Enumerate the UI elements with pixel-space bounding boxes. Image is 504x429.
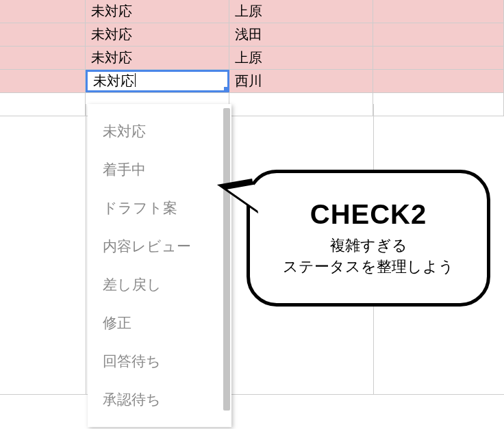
table-row: 未対応 西川	[0, 70, 504, 93]
scrollbar[interactable]	[223, 108, 230, 411]
cell-empty[interactable]	[229, 93, 373, 116]
cell-status[interactable]: 未対応	[86, 23, 229, 46]
cell-empty[interactable]	[373, 47, 504, 69]
cell-empty[interactable]	[0, 93, 86, 116]
table-row-empty	[0, 93, 504, 116]
dropdown-option[interactable]: 回答待ち	[88, 342, 231, 380]
dropdown-option[interactable]: 差し戻し	[88, 265, 231, 304]
editing-text: 未対応	[93, 72, 134, 90]
bubble-title: CHECK2	[310, 199, 427, 230]
cell-name[interactable]: 上原	[229, 0, 373, 23]
table-row: 未対応 浅田	[0, 23, 504, 47]
dropdown-option[interactable]: 承認待ち	[88, 380, 231, 419]
cell-name[interactable]: 上原	[229, 47, 373, 69]
dropdown-option[interactable]: 修正	[88, 304, 231, 342]
bubble-text: 複雑すぎる ステータスを整理しよう	[283, 235, 454, 278]
cell-empty[interactable]	[0, 47, 86, 69]
cell-empty[interactable]	[373, 70, 504, 92]
status-dropdown: 未対応 着手中 ドラフト案 内容レビュー 差し戻し 修正 回答待ち 承認待ち	[88, 104, 231, 427]
column-divider	[86, 104, 86, 395]
cell-empty[interactable]	[373, 23, 504, 46]
dropdown-option[interactable]: 着手中	[88, 151, 231, 189]
spreadsheet: 未対応 上原 未対応 浅田 未対応 上原 未対応 西川	[0, 0, 504, 116]
annotation-bubble: CHECK2 複雑すぎる ステータスを整理しよう	[247, 170, 490, 307]
dropdown-option[interactable]: 未対応	[88, 112, 231, 151]
row-divider	[0, 394, 504, 395]
dropdown-option[interactable]: 内容レビュー	[88, 227, 231, 265]
cell-empty[interactable]	[373, 93, 504, 116]
cell-name[interactable]: 浅田	[229, 23, 373, 46]
cell-status[interactable]: 未対応	[86, 47, 229, 69]
dropdown-option[interactable]: ドラフト案	[88, 189, 231, 227]
cell-empty[interactable]	[0, 70, 86, 92]
cell-empty[interactable]	[373, 0, 504, 23]
cell-empty[interactable]	[0, 23, 86, 46]
cell-name[interactable]: 西川	[229, 70, 373, 92]
table-row: 未対応 上原	[0, 47, 504, 70]
cell-empty[interactable]	[0, 0, 86, 23]
table-row: 未対応 上原	[0, 0, 504, 23]
cell-status-editing[interactable]: 未対応	[86, 70, 229, 92]
cell-status[interactable]: 未対応	[86, 0, 229, 23]
